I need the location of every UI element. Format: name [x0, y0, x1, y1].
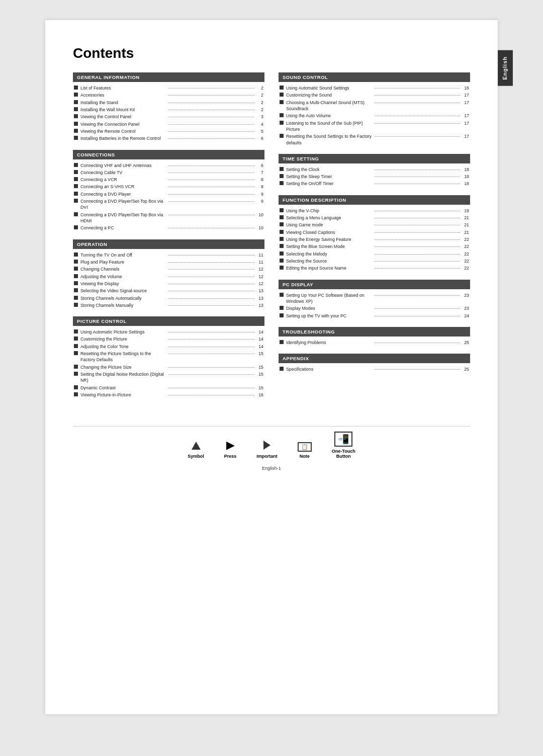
- item-text: Setting the Sleep Timer: [286, 174, 372, 180]
- list-item: Changing the Picture Size15: [74, 364, 263, 370]
- section-list-sound-control: Using Automatic Sound Settings16Customiz…: [279, 85, 470, 146]
- list-item: Connecting a DVD Player/Set-Top Box via …: [74, 198, 263, 211]
- list-item: Viewing the Control Panel3: [74, 114, 263, 120]
- section-header-sound-control: SOUND CONTROL: [279, 72, 470, 82]
- list-item: Setting the On/Off Timer18: [280, 181, 469, 187]
- list-item: Viewing the Remote Control5: [74, 128, 263, 134]
- page-number: 15: [256, 364, 263, 370]
- page-number: 22: [462, 243, 469, 249]
- section-list-appendix: Specifications25: [279, 366, 470, 372]
- section-pc-display: PC DISPLAYSetting Up Your PC Software (B…: [279, 280, 470, 319]
- list-item: List of Features2: [74, 85, 263, 91]
- dot-leader: [168, 131, 254, 132]
- dot-leader: [374, 211, 460, 211]
- page-number: 22: [462, 258, 469, 264]
- dot-leader: [374, 218, 460, 218]
- item-text: Selecting the Source: [286, 258, 372, 264]
- page-number: 23: [462, 305, 469, 311]
- item-text: Installing Batteries in the Remote Contr…: [80, 135, 166, 141]
- section-list-function-description: Using the V-Chip19Selecting a Menu Langu…: [279, 208, 470, 272]
- page-number: 5: [256, 128, 263, 134]
- bullet-icon: [74, 184, 78, 188]
- list-item: Listening to the Sound of the Sub (PIP) …: [280, 120, 469, 133]
- page-number: 21: [462, 222, 469, 228]
- dot-leader: [168, 298, 254, 299]
- list-item: Storing Channels Manually13: [74, 302, 263, 308]
- list-item: Customizing the Picture14: [74, 336, 263, 342]
- item-text: Viewing the Connection Panel: [80, 121, 166, 127]
- bullet-icon: [280, 266, 284, 270]
- bullet-icon: [74, 177, 78, 181]
- item-text: Changing Channels: [80, 266, 166, 272]
- press-icon: ▶: [226, 439, 235, 452]
- bullet-icon: [74, 122, 78, 126]
- symbol-icon: [192, 442, 201, 452]
- one-touch-icon: 📲: [334, 432, 352, 447]
- bullet-icon: [74, 100, 78, 104]
- list-item: Installing the Wall Mount Kit2: [74, 107, 263, 113]
- item-text: Display Modes: [286, 305, 372, 311]
- section-header-time-setting: TIME SETTING: [279, 154, 470, 163]
- item-text: Setting the Blue Screen Mode: [286, 243, 372, 249]
- section-general-information: GENERAL INFORMATIONList of Features2Acce…: [73, 72, 264, 142]
- legend-note: 📋 Note: [298, 442, 312, 459]
- page-number: 10: [256, 212, 263, 218]
- dot-leader: [374, 170, 460, 170]
- list-item: Viewing the Connection Panel4: [74, 121, 263, 127]
- page-number: 4: [256, 121, 263, 127]
- page-number: 25: [462, 366, 469, 372]
- bullet-icon: [280, 367, 284, 371]
- page-number: 12: [256, 281, 263, 287]
- bullet-icon: [280, 293, 284, 297]
- item-text: Connecting VHF and UHF Antennas: [80, 162, 166, 169]
- item-text: Resetting the Sound Settings to the Fact…: [286, 133, 372, 146]
- page-number: 16: [256, 392, 263, 398]
- item-text: Listening to the Sound of the Sub (PIP) …: [286, 120, 372, 133]
- page-number: 2: [256, 107, 263, 113]
- list-item: Setting Up Your PC Software (Based on Wi…: [280, 292, 469, 305]
- item-text: Dynamic Contrast: [80, 385, 166, 391]
- item-text: Selecting the Melody: [286, 251, 372, 257]
- section-header-function-description: FUNCTION DESCRIPTION: [279, 195, 470, 205]
- item-text: Setting the Digital Noise Reduction (Dig…: [80, 371, 166, 384]
- page-number: 17: [462, 133, 469, 139]
- list-item: Accessories2: [74, 92, 263, 98]
- dot-leader: [168, 388, 254, 388]
- item-text: Connecting an S-VHS VCR: [80, 184, 166, 190]
- bullet-icon: [280, 230, 284, 234]
- list-item: Resetting the Sound Settings to the Fact…: [280, 133, 469, 146]
- bullet-icon: [74, 260, 78, 264]
- dot-leader: [168, 165, 254, 166]
- page-number: 22: [462, 236, 469, 242]
- item-text: Choosing a Multi-Channel Sound (MTS) Sou…: [286, 100, 372, 112]
- bullet-icon: [280, 113, 284, 117]
- item-text: Viewing Picture-in-Picture: [80, 392, 166, 398]
- item-text: Adjusting the Volume: [80, 274, 166, 280]
- bullet-icon: [74, 192, 78, 196]
- list-item: Connecting an S-VHS VCR8: [74, 184, 263, 190]
- list-item: Selecting the Source22: [280, 258, 469, 264]
- bullet-icon: [280, 100, 284, 104]
- item-text: Using the V-Chip: [286, 208, 372, 214]
- list-item: Dynamic Contrast15: [74, 385, 263, 391]
- dot-leader: [168, 110, 254, 110]
- bullet-icon: [74, 329, 78, 333]
- important-label: Important: [256, 454, 278, 459]
- section-header-pc-display: PC DISPLAY: [279, 280, 470, 289]
- dot-leader: [168, 395, 254, 395]
- bullet-icon: [74, 288, 78, 292]
- page-number: 22: [462, 265, 469, 271]
- dot-leader: [374, 268, 460, 269]
- list-item: Storing Channels Automatically13: [74, 295, 263, 301]
- page-number: 15: [256, 371, 263, 377]
- legend-press: ▶ Press: [224, 439, 237, 459]
- bullet-icon: [74, 93, 78, 97]
- dot-leader: [374, 177, 460, 177]
- list-item: Using Automatic Picture Settings14: [74, 329, 263, 335]
- list-item: Using Game mode21: [280, 222, 469, 228]
- bullet-icon: [74, 267, 78, 271]
- list-item: Using Automatic Sound Settings16: [280, 85, 469, 91]
- bullet-icon: [280, 222, 284, 226]
- item-text: Connecting a VCR: [80, 177, 166, 183]
- section-appendix: APPENDIXSpecifications25: [279, 354, 470, 372]
